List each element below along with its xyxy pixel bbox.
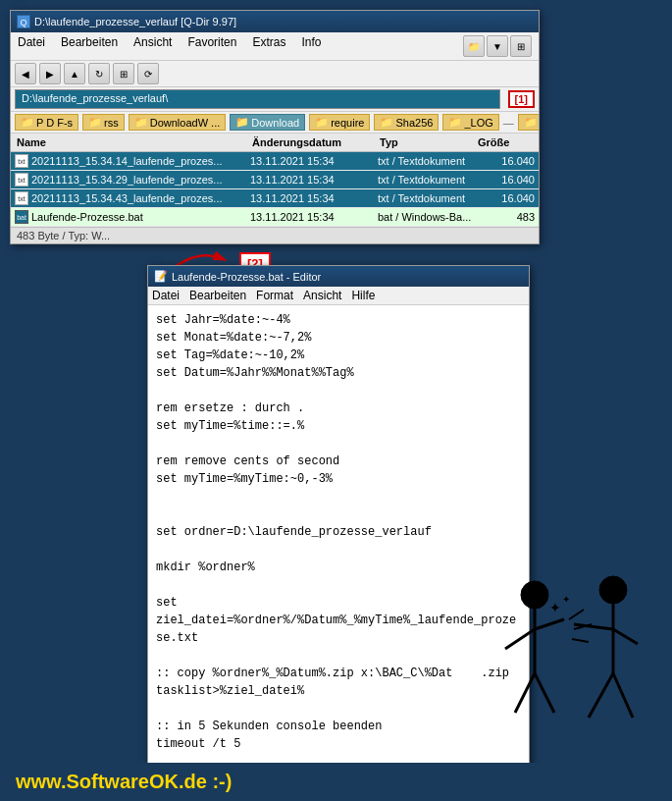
notepad-window: 📝 Laufende-Prozesse.bat - Editor Datei B… xyxy=(147,265,530,801)
file-size: 483 xyxy=(476,211,535,223)
table-row[interactable]: txt 20211113_15.34.43_laufende_prozes...… xyxy=(11,189,539,208)
file-type: bat / Windows-Ba... xyxy=(378,211,476,223)
separator: — xyxy=(503,117,514,129)
file-explorer-statusbar: 483 Byte / Typ: W... xyxy=(11,227,539,243)
navigation-toolbar: ◀ ▶ ▲ ↻ ⊞ ⟳ xyxy=(11,61,539,87)
bookmark-download[interactable]: 📁 Download xyxy=(230,114,305,131)
bat-icon: bat xyxy=(15,210,28,224)
txt-icon: txt xyxy=(15,191,28,205)
svg-line-14 xyxy=(589,673,613,718)
up-button[interactable]: ▲ xyxy=(64,63,85,84)
notepad-menubar: Datei Bearbeiten Format Ansicht Hilfe xyxy=(148,287,529,305)
svg-line-3 xyxy=(505,629,535,649)
col-type[interactable]: Typ xyxy=(378,135,476,149)
table-row[interactable]: bat Laufende-Prozesse.bat 13.11.2021 15:… xyxy=(11,208,539,227)
file-explorer-window: Q D:\laufende_prozesse_verlauf [Q-Dir 9.… xyxy=(10,10,540,244)
svg-line-5 xyxy=(515,673,535,713)
toolbar-folder-icon[interactable]: 📁 xyxy=(463,35,485,57)
file-size: 16.040 xyxy=(476,192,535,204)
col-date[interactable]: Änderungsdatum xyxy=(250,135,378,149)
col-size[interactable]: Größe xyxy=(476,135,535,149)
notepad-menu-bearbeiten[interactable]: Bearbeiten xyxy=(189,289,246,302)
bookmark-log[interactable]: 📁 _LOG xyxy=(442,114,498,131)
notepad-menu-datei[interactable]: Datei xyxy=(152,289,180,302)
notepad-icon: 📝 xyxy=(154,270,168,283)
menu-favoriten[interactable]: Favoriten xyxy=(184,34,239,58)
file-type: txt / Textdokument xyxy=(378,192,476,204)
menu-bearbeiten[interactable]: Bearbeiten xyxy=(58,34,121,58)
file-date: 13.11.2021 15:34 xyxy=(250,211,378,223)
file-name-cell: txt 20211113_15.34.29_laufende_prozes... xyxy=(15,173,250,187)
file-size: 16.040 xyxy=(476,155,535,167)
toolbar-grid-icon[interactable]: ⊞ xyxy=(510,35,532,57)
col-name[interactable]: Name xyxy=(15,135,250,149)
address-bar: D:\laufende_prozesse_verlauf\ [1] xyxy=(11,87,539,112)
file-name-cell: txt 20211113_15.34.43_laufende_prozes... xyxy=(15,191,250,205)
svg-line-4 xyxy=(535,619,564,629)
bookmark-sha256[interactable]: 📁 Sha256 xyxy=(374,114,439,131)
menu-extras[interactable]: Extras xyxy=(249,34,288,58)
notepad-menu-hilfe[interactable]: Hilfe xyxy=(351,289,375,302)
website-text: www.SoftwareOK.de :-) xyxy=(16,771,232,792)
file-type: txt / Textdokument xyxy=(378,174,476,186)
file-name-text: 20211113_15.34.29_laufende_prozes... xyxy=(31,174,223,186)
svg-text:✦: ✦ xyxy=(562,594,570,605)
file-name-text: 20211113_15.34.43_laufende_prozes... xyxy=(31,192,223,204)
address-input[interactable]: D:\laufende_prozesse_verlauf\ xyxy=(15,89,500,109)
file-explorer-title: D:\laufende_prozesse_verlauf [Q-Dir 9.97… xyxy=(34,16,236,27)
notepad-title-text: Laufende-Prozesse.bat - Editor xyxy=(172,271,321,283)
notepad-menu-format[interactable]: Format xyxy=(256,289,293,302)
svg-text:✦: ✦ xyxy=(549,600,561,615)
status-text: 483 Byte / Typ: W... xyxy=(17,230,110,241)
grid-view-button[interactable]: ⊞ xyxy=(113,63,134,84)
txt-icon: txt xyxy=(15,154,28,168)
file-name-cell: bat Laufende-Prozesse.bat xyxy=(15,210,250,224)
svg-line-15 xyxy=(613,673,633,718)
table-row[interactable]: txt 20211113_15.34.29_laufende_prozes...… xyxy=(11,171,539,189)
bookmark-downloadw[interactable]: 📁 DownloadW ... xyxy=(129,114,227,131)
file-explorer-menubar: Datei Bearbeiten Ansicht Favoriten Extra… xyxy=(11,32,539,61)
toolbar-dropdown-icon[interactable]: ▼ xyxy=(487,35,508,57)
file-list-header: Name Änderungsdatum Typ Größe xyxy=(11,134,539,152)
bookmark-cpp2018[interactable]: 📁 CPP2018 (F:) xyxy=(518,114,539,131)
notepad-titlebar: 📝 Laufende-Prozesse.bat - Editor xyxy=(148,266,529,287)
file-date: 13.11.2021 15:34 xyxy=(250,174,378,186)
file-explorer-titlebar: Q D:\laufende_prozesse_verlauf [Q-Dir 9.… xyxy=(11,11,539,32)
file-name-cell: txt 20211113_15.34.14_laufende_prozes... xyxy=(15,154,250,168)
file-name-text: Laufende-Prozesse.bat xyxy=(31,211,143,223)
file-type: txt / Textdokument xyxy=(378,155,476,167)
back-button[interactable]: ◀ xyxy=(15,63,36,84)
address-badge: [1] xyxy=(508,90,535,108)
refresh-button[interactable]: ↻ xyxy=(88,63,110,84)
notepad-text-area[interactable]: set Jahr=%date:~-4% set Monat=%date:~-7,… xyxy=(148,305,529,794)
bookmark-rss[interactable]: 📁 rss xyxy=(82,114,125,131)
qdir-icon: Q xyxy=(17,15,30,28)
bottom-bar: www.SoftwareOK.de :-) xyxy=(0,763,672,801)
svg-point-10 xyxy=(599,576,627,604)
refresh2-button[interactable]: ⟳ xyxy=(137,63,159,84)
menu-ansicht[interactable]: Ansicht xyxy=(130,34,175,58)
svg-line-6 xyxy=(535,673,554,713)
svg-point-1 xyxy=(521,581,548,609)
forward-button[interactable]: ▶ xyxy=(39,63,61,84)
file-date: 13.11.2021 15:34 xyxy=(250,155,378,167)
file-date: 13.11.2021 15:34 xyxy=(250,192,378,204)
table-row[interactable]: txt 20211113_15.34.14_laufende_prozes...… xyxy=(11,152,539,171)
svg-line-13 xyxy=(613,629,638,644)
bookmark-require[interactable]: 📁 require xyxy=(309,114,370,131)
txt-icon: txt xyxy=(15,173,28,187)
svg-line-7 xyxy=(569,610,584,619)
stickman-figure: ✦ ✦ xyxy=(495,565,652,762)
bookmark-pdfs[interactable]: 📁 P D F-s xyxy=(15,114,78,131)
file-name-text: 20211113_15.34.14_laufende_prozes... xyxy=(31,155,223,167)
notepad-menu-ansicht[interactable]: Ansicht xyxy=(303,289,341,302)
file-size: 16.040 xyxy=(476,174,535,186)
svg-line-9 xyxy=(572,639,589,642)
bookmarks-bar: 📁 P D F-s 📁 rss 📁 DownloadW ... 📁 Downlo… xyxy=(11,112,539,134)
menu-info[interactable]: Info xyxy=(298,34,324,58)
menu-datei[interactable]: Datei xyxy=(15,34,48,58)
